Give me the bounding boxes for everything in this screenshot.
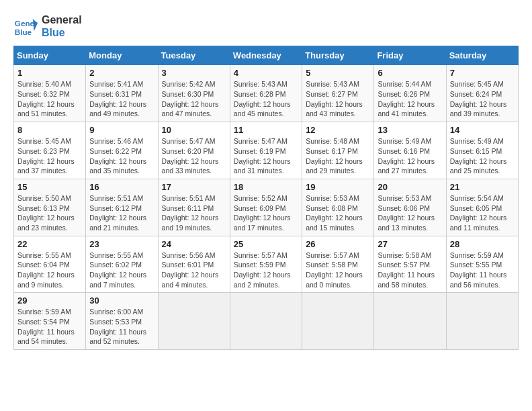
calendar-cell: 6 Sunrise: 5:44 AMSunset: 6:26 PMDayligh… [374, 65, 446, 122]
calendar-cell: 16 Sunrise: 5:51 AMSunset: 6:12 PMDaylig… [86, 179, 158, 236]
logo-blue: Blue [42, 26, 82, 39]
calendar-week: 1 Sunrise: 5:40 AMSunset: 6:32 PMDayligh… [14, 65, 519, 122]
calendar-cell: 28 Sunrise: 5:59 AMSunset: 5:55 PMDaylig… [446, 236, 518, 293]
calendar-cell: 4 Sunrise: 5:43 AMSunset: 6:28 PMDayligh… [230, 65, 302, 122]
day-detail: Sunrise: 5:52 AMSunset: 6:09 PMDaylight:… [234, 194, 291, 232]
day-number: 23 [89, 239, 154, 249]
calendar-cell: 11 Sunrise: 5:47 AMSunset: 6:19 PMDaylig… [230, 122, 302, 179]
calendar-cell [302, 293, 374, 350]
day-detail: Sunrise: 5:50 AMSunset: 6:13 PMDaylight:… [17, 194, 75, 232]
day-number: 12 [306, 125, 370, 135]
calendar-cell: 1 Sunrise: 5:40 AMSunset: 6:32 PMDayligh… [14, 65, 86, 122]
calendar-cell: 14 Sunrise: 5:49 AMSunset: 6:15 PMDaylig… [446, 122, 518, 179]
calendar-cell: 15 Sunrise: 5:50 AMSunset: 6:13 PMDaylig… [14, 179, 86, 236]
day-detail: Sunrise: 5:53 AMSunset: 6:06 PMDaylight:… [378, 194, 435, 232]
weekday-header: Friday [374, 46, 446, 65]
calendar-header: SundayMondayTuesdayWednesdayThursdayFrid… [14, 46, 519, 65]
day-detail: Sunrise: 5:55 AMSunset: 6:02 PMDaylight:… [89, 251, 146, 289]
day-detail: Sunrise: 5:43 AMSunset: 6:27 PMDaylight:… [306, 80, 363, 118]
calendar-cell: 30 Sunrise: 6:00 AMSunset: 5:53 PMDaylig… [86, 293, 158, 350]
day-detail: Sunrise: 6:00 AMSunset: 5:53 PMDaylight:… [89, 308, 146, 345]
calendar-cell: 8 Sunrise: 5:45 AMSunset: 6:23 PMDayligh… [14, 122, 86, 179]
day-number: 9 [89, 125, 154, 135]
day-detail: Sunrise: 5:40 AMSunset: 6:32 PMDaylight:… [17, 80, 75, 118]
day-detail: Sunrise: 5:46 AMSunset: 6:22 PMDaylight:… [89, 137, 146, 175]
day-detail: Sunrise: 5:47 AMSunset: 6:20 PMDaylight:… [162, 137, 219, 175]
day-number: 8 [17, 125, 82, 135]
day-number: 25 [234, 239, 298, 249]
day-detail: Sunrise: 5:41 AMSunset: 6:31 PMDaylight:… [89, 80, 146, 118]
day-detail: Sunrise: 5:57 AMSunset: 5:58 PMDaylight:… [306, 251, 363, 289]
calendar-cell: 7 Sunrise: 5:45 AMSunset: 6:24 PMDayligh… [446, 65, 518, 122]
calendar-cell: 29 Sunrise: 5:59 AMSunset: 5:54 PMDaylig… [14, 293, 86, 350]
day-detail: Sunrise: 5:43 AMSunset: 6:28 PMDaylight:… [234, 80, 291, 118]
calendar-cell: 20 Sunrise: 5:53 AMSunset: 6:06 PMDaylig… [374, 179, 446, 236]
day-detail: Sunrise: 5:51 AMSunset: 6:11 PMDaylight:… [162, 194, 219, 232]
day-detail: Sunrise: 5:51 AMSunset: 6:12 PMDaylight:… [89, 194, 146, 232]
day-detail: Sunrise: 5:58 AMSunset: 5:57 PMDaylight:… [378, 251, 435, 289]
day-number: 15 [17, 182, 82, 192]
day-number: 22 [17, 239, 82, 249]
day-number: 26 [306, 239, 370, 249]
logo-icon: General Blue [13, 14, 38, 38]
calendar-cell: 17 Sunrise: 5:51 AMSunset: 6:11 PMDaylig… [158, 179, 230, 236]
day-detail: Sunrise: 5:53 AMSunset: 6:08 PMDaylight:… [306, 194, 363, 232]
day-number: 6 [378, 68, 442, 78]
day-detail: Sunrise: 5:54 AMSunset: 6:05 PMDaylight:… [450, 194, 507, 232]
weekday-header: Thursday [302, 46, 374, 65]
calendar-cell: 10 Sunrise: 5:47 AMSunset: 6:20 PMDaylig… [158, 122, 230, 179]
day-number: 30 [89, 295, 154, 306]
day-number: 10 [162, 125, 226, 135]
day-number: 24 [162, 239, 226, 249]
day-number: 27 [378, 239, 442, 249]
calendar-cell: 24 Sunrise: 5:56 AMSunset: 6:01 PMDaylig… [158, 236, 230, 293]
day-number: 5 [306, 68, 370, 78]
weekday-header: Saturday [446, 46, 518, 65]
day-number: 21 [450, 182, 515, 192]
day-detail: Sunrise: 5:47 AMSunset: 6:19 PMDaylight:… [234, 137, 291, 175]
calendar-cell: 5 Sunrise: 5:43 AMSunset: 6:27 PMDayligh… [302, 65, 374, 122]
day-number: 1 [17, 68, 82, 78]
calendar-cell: 13 Sunrise: 5:49 AMSunset: 6:16 PMDaylig… [374, 122, 446, 179]
weekday-header: Monday [86, 46, 158, 65]
day-number: 13 [378, 125, 442, 135]
calendar-cell [446, 293, 518, 350]
calendar-cell: 26 Sunrise: 5:57 AMSunset: 5:58 PMDaylig… [302, 236, 374, 293]
calendar-cell: 22 Sunrise: 5:55 AMSunset: 6:04 PMDaylig… [14, 236, 86, 293]
day-detail: Sunrise: 5:59 AMSunset: 5:55 PMDaylight:… [450, 251, 507, 289]
day-detail: Sunrise: 5:42 AMSunset: 6:30 PMDaylight:… [162, 80, 219, 118]
calendar-cell: 3 Sunrise: 5:42 AMSunset: 6:30 PMDayligh… [158, 65, 230, 122]
calendar-table: SundayMondayTuesdayWednesdayThursdayFrid… [13, 46, 519, 350]
day-detail: Sunrise: 5:56 AMSunset: 6:01 PMDaylight:… [162, 251, 219, 289]
day-detail: Sunrise: 5:55 AMSunset: 6:04 PMDaylight:… [17, 251, 75, 289]
day-detail: Sunrise: 5:48 AMSunset: 6:17 PMDaylight:… [306, 137, 363, 175]
calendar-cell [158, 293, 230, 350]
day-number: 19 [306, 182, 370, 192]
day-number: 7 [450, 68, 515, 78]
calendar-week: 22 Sunrise: 5:55 AMSunset: 6:04 PMDaylig… [14, 236, 519, 293]
calendar-week: 8 Sunrise: 5:45 AMSunset: 6:23 PMDayligh… [14, 122, 519, 179]
day-number: 11 [234, 125, 298, 135]
logo: General Blue General Blue [13, 13, 82, 39]
day-detail: Sunrise: 5:44 AMSunset: 6:26 PMDaylight:… [378, 80, 435, 118]
day-number: 17 [162, 182, 226, 192]
day-number: 3 [162, 68, 226, 78]
day-number: 4 [234, 68, 298, 78]
day-number: 29 [17, 295, 82, 306]
day-detail: Sunrise: 5:49 AMSunset: 6:16 PMDaylight:… [378, 137, 435, 175]
day-number: 16 [89, 182, 154, 192]
weekday-header: Tuesday [158, 46, 230, 65]
calendar-cell: 12 Sunrise: 5:48 AMSunset: 6:17 PMDaylig… [302, 122, 374, 179]
calendar-cell [230, 293, 302, 350]
day-detail: Sunrise: 5:59 AMSunset: 5:54 PMDaylight:… [17, 308, 75, 345]
calendar-cell: 21 Sunrise: 5:54 AMSunset: 6:05 PMDaylig… [446, 179, 518, 236]
calendar-cell: 23 Sunrise: 5:55 AMSunset: 6:02 PMDaylig… [86, 236, 158, 293]
day-number: 20 [378, 182, 442, 192]
calendar-cell: 2 Sunrise: 5:41 AMSunset: 6:31 PMDayligh… [86, 65, 158, 122]
calendar-cell: 27 Sunrise: 5:58 AMSunset: 5:57 PMDaylig… [374, 236, 446, 293]
day-detail: Sunrise: 5:57 AMSunset: 5:59 PMDaylight:… [234, 251, 291, 289]
day-number: 18 [234, 182, 298, 192]
calendar-week: 15 Sunrise: 5:50 AMSunset: 6:13 PMDaylig… [14, 179, 519, 236]
day-number: 28 [450, 239, 515, 249]
day-detail: Sunrise: 5:49 AMSunset: 6:15 PMDaylight:… [450, 137, 507, 175]
